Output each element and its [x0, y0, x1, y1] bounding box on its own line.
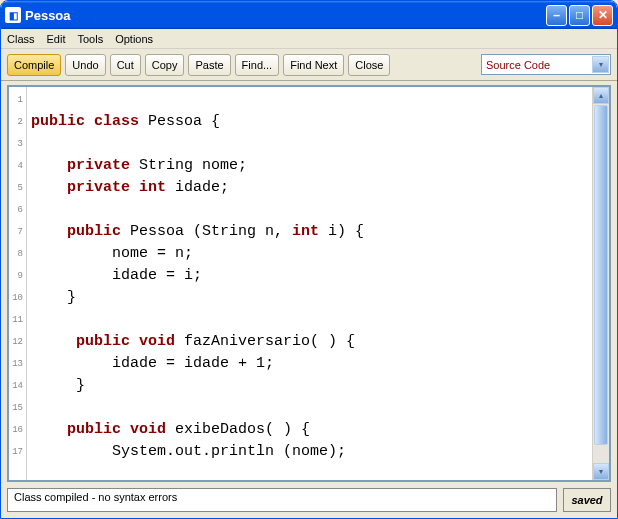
menu-edit[interactable]: Edit: [47, 33, 66, 45]
find-next-button[interactable]: Find Next: [283, 54, 344, 76]
code-line[interactable]: [31, 397, 588, 419]
code-area[interactable]: public class Pessoa { private String nom…: [27, 87, 592, 480]
code-line[interactable]: public Pessoa (String n, int i) {: [31, 221, 588, 243]
code-line[interactable]: [31, 133, 588, 155]
editor: 1234567891011121314151617 public class P…: [7, 85, 611, 482]
compile-button[interactable]: Compile: [7, 54, 61, 76]
code-line[interactable]: nome = n;: [31, 243, 588, 265]
line-number: 9: [9, 265, 26, 287]
code-line[interactable]: public void fazAniversario( ) {: [31, 331, 588, 353]
titlebar[interactable]: ◧ Pessoa – □ ✕: [1, 1, 617, 29]
code-line[interactable]: [31, 309, 588, 331]
paste-button[interactable]: Paste: [188, 54, 230, 76]
vertical-scrollbar[interactable]: ▴ ▾: [592, 87, 609, 480]
line-number: 11: [9, 309, 26, 331]
view-dropdown[interactable]: Source Code ▾: [481, 54, 611, 75]
chevron-down-icon: ▾: [592, 56, 609, 73]
scroll-down-icon[interactable]: ▾: [593, 463, 609, 480]
menu-options[interactable]: Options: [115, 33, 153, 45]
code-line[interactable]: }: [31, 375, 588, 397]
menubar: Class Edit Tools Options: [1, 29, 617, 49]
line-number: 16: [9, 419, 26, 441]
window-controls: – □ ✕: [546, 5, 613, 26]
code-line[interactable]: [31, 89, 588, 111]
code-line[interactable]: public class Pessoa {: [31, 111, 588, 133]
find-button[interactable]: Find...: [235, 54, 280, 76]
line-number: 14: [9, 375, 26, 397]
statusbar: Class compiled - no syntax errors saved: [7, 488, 611, 512]
close-button[interactable]: Close: [348, 54, 390, 76]
code-line[interactable]: idade = i;: [31, 265, 588, 287]
code-line[interactable]: public void exibeDados( ) {: [31, 419, 588, 441]
line-number: 4: [9, 155, 26, 177]
dropdown-selected: Source Code: [486, 59, 550, 71]
code-line[interactable]: [31, 199, 588, 221]
line-gutter: 1234567891011121314151617: [9, 87, 27, 480]
code-line[interactable]: idade = idade + 1;: [31, 353, 588, 375]
line-number: 15: [9, 397, 26, 419]
line-number: 10: [9, 287, 26, 309]
line-number: 8: [9, 243, 26, 265]
close-window-button[interactable]: ✕: [592, 5, 613, 26]
line-number: 1: [9, 89, 26, 111]
status-message: Class compiled - no syntax errors: [7, 488, 557, 512]
minimize-button[interactable]: –: [546, 5, 567, 26]
code-line[interactable]: private String nome;: [31, 155, 588, 177]
code-line[interactable]: System.out.println (nome);: [31, 441, 588, 463]
line-number: 2: [9, 111, 26, 133]
line-number: 5: [9, 177, 26, 199]
maximize-button[interactable]: □: [569, 5, 590, 26]
cut-button[interactable]: Cut: [110, 54, 141, 76]
status-saved: saved: [563, 488, 611, 512]
code-line[interactable]: }: [31, 287, 588, 309]
scroll-thumb[interactable]: [594, 105, 608, 445]
toolbar: Compile Undo Cut Copy Paste Find... Find…: [1, 49, 617, 81]
undo-button[interactable]: Undo: [65, 54, 105, 76]
line-number: 7: [9, 221, 26, 243]
app-icon: ◧: [5, 7, 21, 23]
line-number: 12: [9, 331, 26, 353]
window-title: Pessoa: [25, 8, 546, 23]
line-number: 6: [9, 199, 26, 221]
line-number: 3: [9, 133, 26, 155]
code-line[interactable]: private int idade;: [31, 177, 588, 199]
menu-class[interactable]: Class: [7, 33, 35, 45]
copy-button[interactable]: Copy: [145, 54, 185, 76]
scroll-up-icon[interactable]: ▴: [593, 87, 609, 104]
menu-tools[interactable]: Tools: [77, 33, 103, 45]
line-number: 17: [9, 441, 26, 463]
scroll-track[interactable]: [593, 446, 609, 463]
line-number: 13: [9, 353, 26, 375]
app-window: ◧ Pessoa – □ ✕ Class Edit Tools Options …: [0, 0, 618, 519]
